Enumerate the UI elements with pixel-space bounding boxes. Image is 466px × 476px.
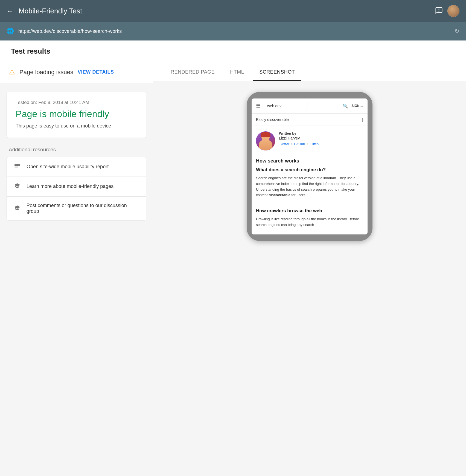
url-input[interactable] <box>18 28 450 34</box>
feedback-button[interactable] <box>435 7 443 16</box>
author-avatar <box>256 131 275 150</box>
warning-icon: ⚠ <box>9 68 15 76</box>
header-actions <box>435 5 459 17</box>
author-twitter-link[interactable]: Twitter <box>279 142 289 146</box>
refresh-button[interactable]: ↻ <box>455 28 459 35</box>
issues-text: Page loading issues <box>19 69 73 76</box>
page-author-section: Written by Lizzi Harvey Twitter • GitHub… <box>252 126 368 156</box>
hamburger-icon: ☰ <box>256 103 260 109</box>
result-card: Tested on: Feb 8, 2019 at 10:41 AM Page … <box>7 92 146 138</box>
author-name: Lizzi Harvey <box>279 136 363 140</box>
feedback-icon <box>435 7 443 15</box>
author-glitch-link[interactable]: Glitch <box>310 142 319 146</box>
resource-item-comments[interactable]: Post comments or questions to our discus… <box>7 197 146 220</box>
resource-text-comments: Post comments or questions to our discus… <box>27 203 139 214</box>
globe-icon: 🌐 <box>7 28 14 35</box>
page-p2: Crawling is like reading through all the… <box>256 216 363 228</box>
author-info: Written by Lizzi Harvey Twitter • GitHub… <box>279 131 363 146</box>
avatar[interactable] <box>447 5 459 17</box>
svg-rect-0 <box>439 8 439 10</box>
back-button[interactable]: ← <box>7 7 13 15</box>
section-title: Test results <box>11 47 50 55</box>
page-h2-2-section: How crawlers browse the web Crawling is … <box>252 206 368 234</box>
tabs-bar: Rendered page HTML SCREENSHOT <box>153 61 466 81</box>
author-sep-2: • <box>307 142 308 146</box>
author-sep-1: • <box>291 142 292 146</box>
page-p1-end: for users. <box>291 193 306 197</box>
resource-item-usability[interactable]: Open site-wide mobile usability report <box>7 157 146 176</box>
page-h2-2: How crawlers browse the web <box>256 208 363 214</box>
tab-html[interactable]: HTML <box>223 69 251 81</box>
page-h2: What does a search engine do? <box>256 167 363 173</box>
tab-rendered-page[interactable]: Rendered page <box>164 69 221 81</box>
view-details-button[interactable]: VIEW DETAILS <box>78 69 114 75</box>
left-panel: ⚠ Page loading issues VIEW DETAILS Teste… <box>0 61 153 476</box>
svg-rect-1 <box>439 11 439 12</box>
page-header-bar: ☰ web.dev 🔍 SIGN ... <box>252 98 368 114</box>
mobile-friendly-title: Page is mobile friendly <box>16 109 137 119</box>
page-search-icon: 🔍 <box>343 103 348 109</box>
screenshot-area: ☰ web.dev 🔍 SIGN ... Easily discoverable… <box>153 81 466 476</box>
resource-text-usability: Open site-wide mobile usability report <box>27 164 109 170</box>
written-by-label: Written by <box>279 131 363 135</box>
learn-icon <box>13 182 21 190</box>
issues-bar: ⚠ Page loading issues VIEW DETAILS <box>0 61 153 83</box>
back-arrow-icon: ← <box>7 7 13 15</box>
refresh-icon: ↻ <box>455 28 459 34</box>
page-h1: How search works <box>256 158 363 164</box>
app-header: ← Mobile-Friendly Test <box>0 0 466 22</box>
svg-rect-3 <box>14 165 20 166</box>
page-sign-button: SIGN ... <box>351 104 363 108</box>
nav-item-arrow: | <box>362 117 363 122</box>
usability-report-icon <box>13 163 21 170</box>
page-content-section: How search works What does a search engi… <box>252 156 368 206</box>
page-url-box: web.dev <box>264 102 307 110</box>
author-github-link[interactable]: GitHub <box>294 142 305 146</box>
additional-resources-title: Additional resources <box>7 147 146 153</box>
main-content: ⚠ Page loading issues VIEW DETAILS Teste… <box>0 61 466 476</box>
page-nav-item: Easily discoverable | <box>252 114 368 126</box>
avatar-image <box>447 5 459 17</box>
additional-resources: Additional resources Open site-wide mobi… <box>7 147 146 220</box>
phone-mockup: ☰ web.dev 🔍 SIGN ... Easily discoverable… <box>247 92 372 241</box>
mobile-friendly-desc: This page is easy to use on a mobile dev… <box>16 123 137 129</box>
page-p1: Search engines are the digital version o… <box>256 175 363 198</box>
resource-text-learn: Learn more about mobile-friendly pages <box>27 184 113 189</box>
resource-item-learn[interactable]: Learn more about mobile-friendly pages <box>7 176 146 197</box>
right-panel: Rendered page HTML SCREENSHOT ☰ web.dev … <box>153 61 466 476</box>
author-links: Twitter • GitHub • Glitch <box>279 142 363 146</box>
resources-card: Open site-wide mobile usability report L… <box>7 157 146 220</box>
page-p1-bold: discoverable <box>269 193 290 197</box>
svg-rect-2 <box>14 164 20 165</box>
test-results-header: Test results <box>0 40 466 61</box>
tested-on-label: Tested on: Feb 8, 2019 at 10:41 AM <box>16 100 137 105</box>
tab-screenshot[interactable]: SCREENSHOT <box>253 69 301 81</box>
svg-rect-4 <box>14 167 18 167</box>
nav-item-text: Easily discoverable <box>256 117 289 122</box>
app-title: Mobile-Friendly Test <box>19 7 435 15</box>
comments-icon <box>13 205 21 213</box>
phone-screen: ☰ web.dev 🔍 SIGN ... Easily discoverable… <box>252 98 368 234</box>
url-bar: 🌐 ↻ <box>0 22 466 40</box>
